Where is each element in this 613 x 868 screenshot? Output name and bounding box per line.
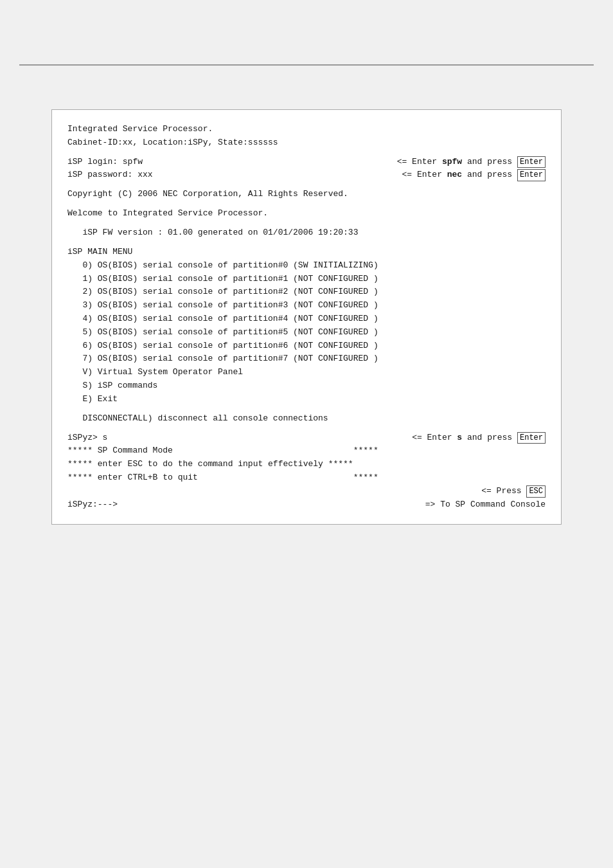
spacer (67, 201, 546, 207)
menu-item-7: 7) OS(BIOS) serial console of partition#… (67, 352, 546, 366)
menu-item-s: S) iSP commands (67, 379, 546, 393)
menu-item-2: 2) OS(BIOS) serial console of partition#… (67, 285, 546, 299)
bold-nec: nec (447, 170, 462, 179)
spacer (67, 182, 546, 188)
menu-item-1: 1) OS(BIOS) serial console of partition#… (67, 273, 546, 286)
line-ispyz-s: iSPyz> s <= Enter s and press Enter (67, 431, 546, 445)
line-text: 1) OS(BIOS) serial console of partition#… (67, 273, 546, 286)
line-text: ***** SP Command Mode ***** (67, 444, 546, 458)
line-text: iSP password: xxx (67, 168, 396, 182)
menu-item-e: E) Exit (67, 393, 546, 406)
line-annotation: <= Press ESC (475, 485, 546, 498)
line-text: iSPyz> s (67, 431, 405, 445)
line-text: ***** enter CTRL+B to quit ***** (67, 471, 546, 485)
line-text: 4) OS(BIOS) serial console of partition#… (67, 312, 546, 326)
top-border (19, 64, 594, 66)
line-press-esc: <= Press ESC (67, 485, 546, 498)
line-ctrl-b: ***** enter CTRL+B to quit ***** (67, 471, 546, 485)
menu-item-6: 6) OS(BIOS) serial console of partition#… (67, 339, 546, 353)
line-text: 3) OS(BIOS) serial console of partition#… (67, 299, 546, 312)
page-container: Integrated Service Processor. Cabinet-ID… (0, 39, 613, 868)
line-1: Integrated Service Processor. (67, 123, 546, 136)
menu-item-3: 3) OS(BIOS) serial console of partition#… (67, 299, 546, 312)
line-main-menu: iSP MAIN MENU (67, 246, 546, 259)
spacer (67, 221, 546, 226)
line-isp-login: iSP login: spfw <= Enter spfw and press … (67, 156, 546, 169)
line-text: Welcome to Integrated Service Processor. (67, 207, 546, 221)
line-annotation: <= Enter nec and press Enter (396, 168, 546, 182)
line-text: 5) OS(BIOS) serial console of partition#… (67, 326, 546, 339)
bold-s: s (457, 433, 462, 442)
line-annotation: => To SP Command Console (419, 498, 546, 512)
menu-item-5: 5) OS(BIOS) serial console of partition#… (67, 326, 546, 339)
line-disconnectall: DISCONNECTALL) disconnect all console co… (67, 412, 546, 426)
line-welcome: Welcome to Integrated Service Processor. (67, 207, 546, 221)
menu-item-0: 0) OS(BIOS) serial console of partition#… (67, 259, 546, 273)
spacer (67, 240, 546, 246)
line-text: DISCONNECTALL) disconnect all console co… (67, 412, 546, 426)
line-text: V) Virtual System Operator Panel (67, 366, 546, 379)
spacer (67, 406, 546, 412)
line-text: Integrated Service Processor. (67, 123, 546, 136)
line-text: Cabinet-ID:xx, Location:iSPy, State:ssss… (67, 136, 546, 150)
enter-key-3: Enter (517, 432, 546, 444)
line-text: iSP FW version : 01.00 generated on 01/0… (67, 226, 546, 240)
line-text: ***** enter ESC to do the command input … (67, 458, 546, 471)
line-text: 7) OS(BIOS) serial console of partition#… (67, 352, 546, 366)
line-fw-version: iSP FW version : 01.00 generated on 01/0… (67, 226, 546, 240)
menu-item-4: 4) OS(BIOS) serial console of partition#… (67, 312, 546, 326)
spacer (67, 150, 546, 156)
line-text: 2) OS(BIOS) serial console of partition#… (67, 285, 546, 299)
terminal-box: Integrated Service Processor. Cabinet-ID… (51, 109, 562, 525)
line-annotation: <= Enter s and press Enter (405, 431, 546, 445)
line-text: iSP MAIN MENU (67, 246, 546, 259)
spacer (67, 426, 546, 431)
esc-key: ESC (526, 485, 546, 498)
line-text: 0) OS(BIOS) serial console of partition#… (67, 259, 546, 273)
line-text: E) Exit (67, 393, 546, 406)
line-text: S) iSP commands (67, 379, 546, 393)
line-isp-password: iSP password: xxx <= Enter nec and press… (67, 168, 546, 182)
line-sp-command-mode: ***** SP Command Mode ***** (67, 444, 546, 458)
line-annotation: <= Enter spfw and press Enter (391, 156, 546, 169)
line-enter-esc: ***** enter ESC to do the command input … (67, 458, 546, 471)
menu-item-v: V) Virtual System Operator Panel (67, 366, 546, 379)
line-text: 6) OS(BIOS) serial console of partition#… (67, 339, 546, 353)
line-ispyz-arrow: iSPyz:---> => To SP Command Console (67, 498, 546, 512)
line-text: iSPyz:---> (67, 498, 419, 512)
enter-key-1: Enter (517, 156, 546, 168)
line-2: Cabinet-ID:xx, Location:iSPy, State:ssss… (67, 136, 546, 150)
line-text: Copyright (C) 2006 NEC Corporation, All … (67, 188, 546, 201)
enter-key-2: Enter (517, 169, 546, 181)
line-text: iSP login: spfw (67, 156, 391, 169)
bold-spfw: spfw (442, 157, 462, 167)
line-copyright: Copyright (C) 2006 NEC Corporation, All … (67, 188, 546, 201)
